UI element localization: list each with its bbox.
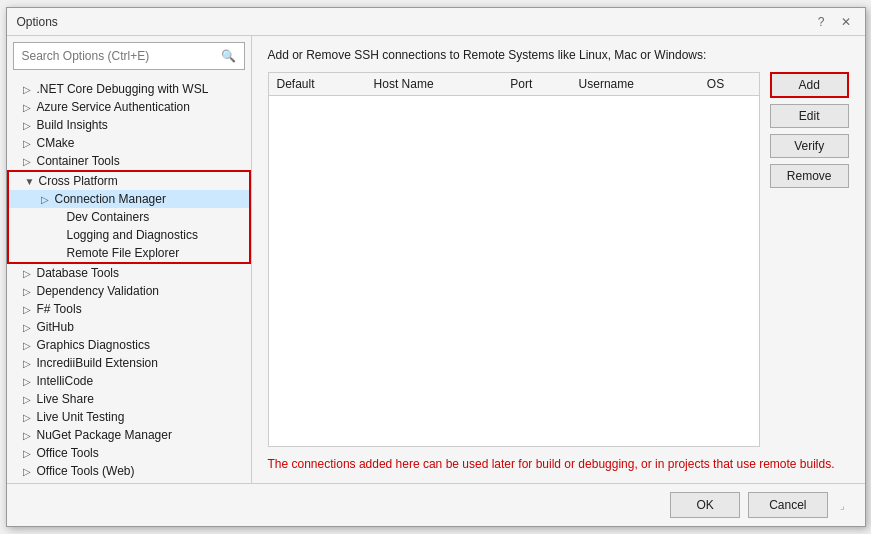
tree-item-label: Graphics Diagnostics <box>37 338 150 352</box>
tree-item-label: Live Unit Testing <box>37 410 125 424</box>
expand-arrow: ▷ <box>23 102 35 113</box>
expand-arrow: ▷ <box>23 286 35 297</box>
help-button[interactable]: ? <box>814 15 829 29</box>
col-default: Default <box>269 73 366 96</box>
dialog-body: 🔍 ▷ .NET Core Debugging with WSL ▷ Azure… <box>7 36 865 483</box>
add-button[interactable]: Add <box>770 72 849 98</box>
connections-area: Default Host Name Port Username OS <box>268 72 849 447</box>
ok-button[interactable]: OK <box>670 492 740 518</box>
col-os: OS <box>699 73 759 96</box>
options-dialog: Options ? ✕ 🔍 ▷ .NET Core Debugging with… <box>6 7 866 527</box>
tree-item-label: Office Tools (Web) <box>37 464 135 478</box>
tree-item-office-tools-web[interactable]: ▷ Office Tools (Web) <box>7 462 251 480</box>
expand-arrow: ▷ <box>23 340 35 351</box>
col-hostname: Host Name <box>366 73 503 96</box>
close-button[interactable]: ✕ <box>837 15 855 29</box>
tree-item-intellicode[interactable]: ▷ IntelliCode <box>7 372 251 390</box>
expand-arrow: ▷ <box>23 138 35 149</box>
expand-arrow: ▼ <box>25 176 37 187</box>
expand-arrow: ▷ <box>23 120 35 131</box>
tree-item-label: Container Tools <box>37 154 120 168</box>
expand-icon-spacer <box>53 212 65 223</box>
tree-item-label: Build Insights <box>37 118 108 132</box>
tree-item-live-unit-testing[interactable]: ▷ Live Unit Testing <box>7 408 251 426</box>
edit-button[interactable]: Edit <box>770 104 849 128</box>
search-icon: 🔍 <box>221 49 236 63</box>
search-input[interactable] <box>22 49 221 63</box>
expand-arrow: ▷ <box>23 84 35 95</box>
title-bar: Options ? ✕ <box>7 8 865 36</box>
tree-item-label: Logging and Diagnostics <box>67 228 198 242</box>
cancel-button[interactable]: Cancel <box>748 492 827 518</box>
expand-icon-spacer <box>53 230 65 241</box>
tree-item-label: Office Tools <box>37 446 99 460</box>
resize-handle[interactable]: ⌟ <box>836 498 849 513</box>
expand-arrow: ▷ <box>23 268 35 279</box>
tree-item-label: F# Tools <box>37 302 82 316</box>
bottom-note: The connections added here can be used l… <box>268 457 849 471</box>
tree-item-label: Azure Service Authentication <box>37 100 190 114</box>
tree-item-azure[interactable]: ▷ Azure Service Authentication <box>7 98 251 116</box>
action-buttons: Add Edit Verify Remove <box>770 72 849 447</box>
expand-arrow: ▷ <box>23 156 35 167</box>
expand-arrow: ▷ <box>23 322 35 333</box>
tree-item-label: Dev Containers <box>67 210 150 224</box>
cross-platform-group: ▼ Cross Platform ▷ Connection Manager De… <box>7 170 251 264</box>
tree-item-remote-file-explorer[interactable]: Remote File Explorer <box>9 244 249 262</box>
left-panel: 🔍 ▷ .NET Core Debugging with WSL ▷ Azure… <box>7 36 252 483</box>
tree-item-label: Cross Platform <box>39 174 118 188</box>
connections-table: Default Host Name Port Username OS <box>269 73 759 96</box>
expand-arrow: ▷ <box>23 448 35 459</box>
expand-arrow: ▷ <box>23 376 35 387</box>
tree-item-label: IncrediiBuild Extension <box>37 356 158 370</box>
dialog-footer: OK Cancel ⌟ <box>7 483 865 526</box>
tree-item-connection-manager[interactable]: ▷ Connection Manager <box>9 190 249 208</box>
tree-item-fsharp[interactable]: ▷ F# Tools <box>7 300 251 318</box>
expand-arrow: ▷ <box>23 394 35 405</box>
tree-item-graphics-diagnostics[interactable]: ▷ Graphics Diagnostics <box>7 336 251 354</box>
expand-icon-spacer <box>53 248 65 259</box>
tree-item-label: Live Share <box>37 392 94 406</box>
tree-item-office-tools[interactable]: ▷ Office Tools <box>7 444 251 462</box>
tree-item-dependency-validation[interactable]: ▷ Dependency Validation <box>7 282 251 300</box>
right-panel: Add or Remove SSH connections to Remote … <box>252 36 865 483</box>
tree-item-net-core[interactable]: ▷ .NET Core Debugging with WSL <box>7 80 251 98</box>
tree-item-label: Connection Manager <box>55 192 166 206</box>
tree-item-github[interactable]: ▷ GitHub <box>7 318 251 336</box>
tree-item-container-tools[interactable]: ▷ Container Tools <box>7 152 251 170</box>
expand-arrow: ▷ <box>23 304 35 315</box>
tree-item-database-tools[interactable]: ▷ Database Tools <box>7 264 251 282</box>
expand-arrow: ▷ <box>23 358 35 369</box>
tree-item-cross-platform[interactable]: ▼ Cross Platform <box>9 172 249 190</box>
col-username: Username <box>571 73 699 96</box>
expand-arrow: ▷ <box>23 412 35 423</box>
tree-item-label: .NET Core Debugging with WSL <box>37 82 209 96</box>
description-text: Add or Remove SSH connections to Remote … <box>268 48 849 62</box>
remove-button[interactable]: Remove <box>770 164 849 188</box>
tree-item-nuget[interactable]: ▷ NuGet Package Manager <box>7 426 251 444</box>
tree-item-label: GitHub <box>37 320 74 334</box>
tree-item-label: IntelliCode <box>37 374 94 388</box>
connections-table-container[interactable]: Default Host Name Port Username OS <box>268 72 760 447</box>
expand-arrow: ▷ <box>23 466 35 477</box>
search-box[interactable]: 🔍 <box>13 42 245 70</box>
tree-item-label: Database Tools <box>37 266 120 280</box>
tree-item-logging[interactable]: Logging and Diagnostics <box>9 226 249 244</box>
tree-item-label: Remote File Explorer <box>67 246 180 260</box>
tree-item-dev-containers[interactable]: Dev Containers <box>9 208 249 226</box>
tree-item-cmake[interactable]: ▷ CMake <box>7 134 251 152</box>
verify-button[interactable]: Verify <box>770 134 849 158</box>
expand-arrow: ▷ <box>23 430 35 441</box>
tree-item-label: Dependency Validation <box>37 284 160 298</box>
tree-item-label: NuGet Package Manager <box>37 428 172 442</box>
tree-container[interactable]: ▷ .NET Core Debugging with WSL ▷ Azure S… <box>7 76 251 483</box>
tree-item-incredibuild[interactable]: ▷ IncrediiBuild Extension <box>7 354 251 372</box>
expand-arrow: ▷ <box>41 194 53 205</box>
tree-item-live-share[interactable]: ▷ Live Share <box>7 390 251 408</box>
dialog-title: Options <box>17 15 58 29</box>
col-port: Port <box>502 73 570 96</box>
tree-item-build-insights[interactable]: ▷ Build Insights <box>7 116 251 134</box>
title-controls: ? ✕ <box>814 15 855 29</box>
tree-item-label: CMake <box>37 136 75 150</box>
